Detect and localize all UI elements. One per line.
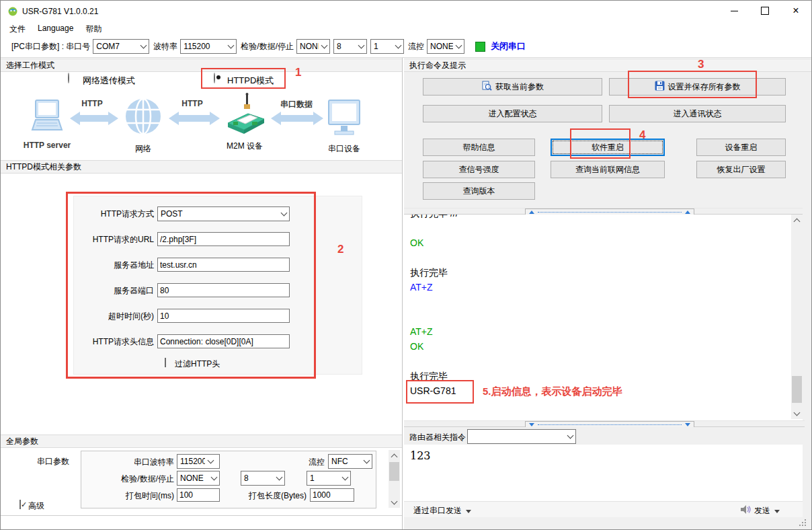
baud-select[interactable]: 115200 [180,39,237,54]
gl-stopbits-select[interactable]: 1 [307,471,351,486]
http-url-input[interactable] [157,232,290,246]
log-terminal[interactable]: 执行完毕 /// OK 执行完毕 AT+Z AT+Z OK 执行完毕 USR-G… [404,215,791,419]
app-window: USR-G781 V1.0.0.21 × 文件 Language 帮助 [PC串… [0,0,812,530]
check-version-button[interactable]: 查询版本 [423,182,535,200]
scroll-down-icon[interactable] [791,408,803,419]
gl-baud-select[interactable]: 115200 [177,454,220,469]
save-params-button[interactable]: 设置并保存所有参数 [609,78,786,96]
http-header-input[interactable] [157,334,290,348]
diagram-serial-device-label: 串口设备 [323,143,365,155]
collapse-up-icon [685,211,690,214]
scrollbar-thumb[interactable] [792,376,802,403]
speaker-icon [740,504,752,517]
device-restart-button[interactable]: 设备重启 [696,139,786,156]
send-input-text[interactable]: 123 [410,449,431,462]
menu-help[interactable]: 帮助 [79,21,108,36]
gl-flow-select[interactable]: NFC [328,454,372,469]
scrollbar-thumb[interactable] [389,462,399,481]
commands-title: 执行命令及提示 [409,61,466,70]
log-scrollbar[interactable] [791,215,803,419]
m2m-device-icon [225,92,267,140]
get-params-button[interactable]: 获取当前参数 [423,78,602,96]
pack-len-input[interactable] [310,488,354,502]
help-info-button[interactable]: 帮助信息 [423,139,535,156]
gl-baud-label: 串口波特率 [88,457,174,468]
server-address-label: 服务器地址 [41,260,154,271]
gl-databits-select[interactable]: 8 [241,471,285,486]
enter-comm-button[interactable]: 进入通讯状态 [609,105,786,122]
global-params-scrollbar[interactable] [389,450,400,508]
check-network-button[interactable]: 查询当前联网信息 [551,161,665,178]
send-button[interactable]: 发送 [754,505,780,517]
work-mode-title: 选择工作模式 [6,61,54,70]
scroll-up-icon[interactable] [389,450,400,461]
soft-restart-button[interactable]: 软件重启 [551,139,665,156]
gl-flow-label: 流控 [283,457,325,468]
advanced-checkbox[interactable] [19,500,21,509]
pack-time-input[interactable] [177,488,220,502]
gl-parity-select[interactable]: NONE [177,471,220,486]
com-port-select[interactable]: COM7 [93,39,149,54]
stopbits-select[interactable]: 1 [370,39,404,54]
factory-reset-button[interactable]: 恢复出厂设置 [696,161,786,178]
http-url-label: HTTP请求的URL [41,234,154,245]
log-splitter-top[interactable] [404,208,805,215]
check-network-label: 查询当前联网信息 [575,164,640,176]
filter-http-label[interactable]: 过滤HTTP头 [175,358,220,370]
flow-select[interactable]: NONE [427,39,464,54]
check-signal-button[interactable]: 查信号强度 [423,161,535,178]
radio-httpd-mode[interactable] [214,73,215,83]
maximize-button[interactable] [749,1,780,21]
serial-group-label: 串口参数 [37,456,69,467]
log-line: 执行完毕 [410,265,791,280]
radio-httpd-label[interactable]: HTTPD模式 [227,75,274,87]
log-line [410,354,791,369]
close-button[interactable]: × [780,1,811,21]
server-port-input[interactable] [157,283,290,297]
factory-reset-label: 恢复出厂设置 [717,164,766,176]
title-bar: USR-G781 V1.0.0.21 × [1,1,811,21]
http-method-label: HTTP请求方式 [41,209,154,220]
panel-divider [402,58,403,529]
router-command-select[interactable] [467,429,576,444]
menu-language[interactable]: Language [32,21,79,36]
log-line-boxed: USR-G781 5.启动信息，表示设备启动完毕 [410,383,791,398]
radio-transparent-mode[interactable] [68,73,69,83]
maximize-icon [761,7,769,15]
send-input-area[interactable]: 123 [404,445,803,501]
scroll-down-icon[interactable] [389,496,400,508]
log-line: OK [410,235,791,250]
http-method-select[interactable]: POST [157,206,290,221]
parity-select[interactable]: NONI [296,39,330,54]
chevron-down-icon [225,40,236,53]
diagram-serial-data-label: 串口数据 [275,99,318,110]
parity-label: 检验/数据/停止 [241,41,294,52]
annotation-note-5: 5.启动信息，表示设备启动完毕 [483,384,622,399]
search-doc-icon [481,81,492,93]
close-port-link[interactable]: 关闭串口 [491,40,526,52]
chevron-down-icon [565,430,575,443]
chevron-down-icon [278,207,289,221]
save-icon [655,81,665,93]
minimize-button[interactable] [719,1,749,21]
advanced-label[interactable]: 高级 [28,500,44,512]
databits-select[interactable]: 8 [333,39,367,54]
radio-transparent-label[interactable]: 网络透传模式 [83,75,135,87]
server-address-input[interactable] [157,258,290,272]
resize-grip[interactable] [805,525,806,526]
send-via-serial-label: 通过串口发送 [413,506,462,515]
status-strip [404,517,811,529]
log-splitter-bottom[interactable] [404,420,805,427]
enter-config-button[interactable]: 进入配置状态 [423,105,602,122]
pack-len-label: 打包长度(Bytes) [222,490,307,502]
timeout-input[interactable] [157,309,290,323]
menu-file[interactable]: 文件 [3,21,32,36]
chevron-down-icon [356,40,366,53]
send-via-serial-menu[interactable]: 通过串口发送 [413,505,471,517]
scroll-up-icon[interactable] [791,215,803,226]
flow-label: 流控 [408,41,424,52]
port-open-indicator [475,42,485,52]
send-bar: 通过串口发送 发送 [404,501,803,517]
global-params-title: 全局参数 [6,437,38,446]
filter-http-checkbox[interactable] [165,358,166,367]
